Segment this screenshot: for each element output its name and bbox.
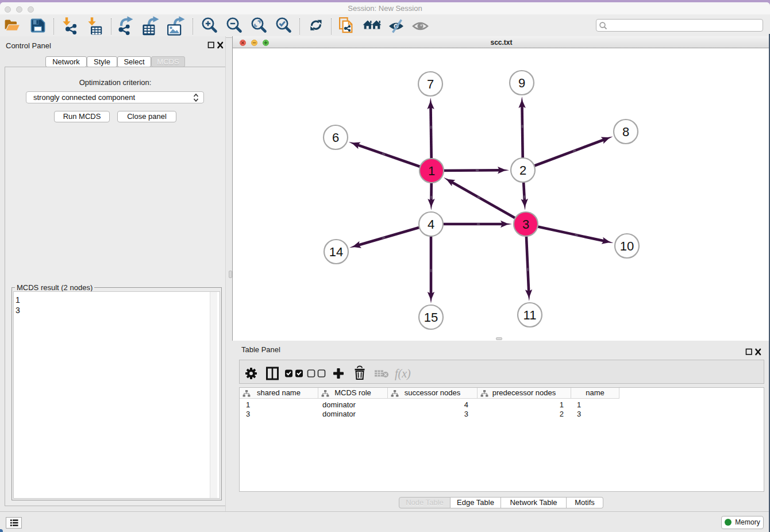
- svg-text:2: 2: [519, 163, 526, 178]
- svg-text:8: 8: [622, 125, 629, 139]
- svg-text:10: 10: [620, 239, 634, 253]
- svg-text:9: 9: [518, 76, 525, 90]
- svg-text:4: 4: [428, 217, 434, 232]
- svg-text:11: 11: [523, 308, 537, 322]
- svg-text:14: 14: [329, 245, 343, 259]
- svg-text:1: 1: [428, 164, 435, 178]
- svg-text:f(x): f(x): [395, 367, 411, 380]
- svg-text:3: 3: [522, 217, 529, 232]
- svg-text:6: 6: [332, 130, 339, 145]
- svg-text:7: 7: [427, 77, 434, 91]
- svg-text:15: 15: [424, 310, 438, 325]
